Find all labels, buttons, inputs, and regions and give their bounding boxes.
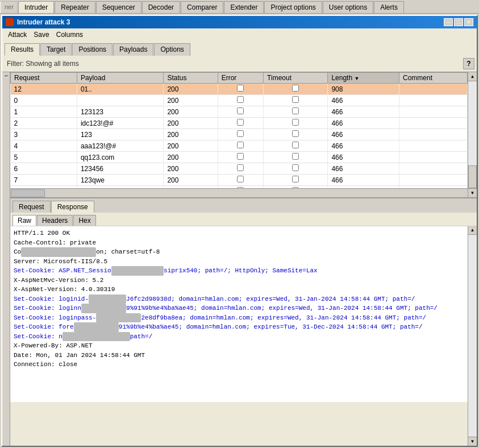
req-resp-tab-bar: Request Response	[10, 197, 477, 213]
scrollbar-up-button[interactable]: ▲	[468, 72, 477, 81]
timeout-checkbox[interactable]	[292, 96, 299, 103]
scrollbar-track[interactable]	[468, 81, 477, 165]
error-checkbox[interactable]	[237, 119, 244, 126]
resp-scrollbar-track[interactable]	[468, 235, 477, 437]
tab-nav-project-options[interactable]: Project options	[264, 1, 322, 13]
error-checkbox[interactable]	[237, 130, 244, 137]
timeout-checkbox[interactable]	[292, 176, 299, 182]
tab-response[interactable]: Response	[51, 201, 94, 213]
response-line: Co████████████████████on; charset=utf-8	[14, 247, 464, 257]
tab-nav-repeater[interactable]: Repeater	[55, 1, 95, 13]
table-row[interactable]: 7123qwe200466	[11, 175, 468, 186]
error-checkbox[interactable]	[237, 176, 244, 182]
table-cell: 200	[164, 118, 218, 129]
menu-attack[interactable]: Attack	[5, 30, 30, 40]
tab-nav-sequencer[interactable]: Sequencer	[96, 1, 141, 13]
sort-arrow-icon: ▼	[354, 76, 359, 81]
table-row[interactable]: 2idc123!@#200466	[11, 118, 468, 129]
response-line: Set-Cookie: loginn████████████9%91%9b%e4…	[14, 304, 464, 313]
timeout-checkbox[interactable]	[292, 85, 299, 92]
timeout-checkbox[interactable]	[292, 130, 299, 137]
tab-nav-blank[interactable]: ner	[0, 1, 18, 13]
table-cell: 466	[328, 95, 399, 106]
table-cell: 200	[164, 163, 218, 175]
window-controls: ─ □ ✕	[444, 18, 473, 26]
tab-nav-decoder[interactable]: Decoder	[142, 1, 180, 13]
tab-options[interactable]: Options	[154, 43, 190, 56]
error-checkbox[interactable]	[237, 107, 244, 114]
resp-scrollbar-up-button[interactable]: ▲	[468, 226, 477, 235]
tab-positions[interactable]: Positions	[72, 43, 113, 56]
minimize-button[interactable]: ─	[444, 18, 453, 26]
timeout-checkbox[interactable]	[292, 119, 299, 126]
response-line: HTTP/1.1 200 OK	[14, 229, 464, 238]
table-cell	[399, 129, 468, 140]
sub-tab-raw[interactable]: Raw	[13, 215, 36, 226]
resp-scrollbar-down-button[interactable]: ▼	[468, 437, 477, 446]
timeout-checkbox[interactable]	[292, 142, 299, 148]
col-length[interactable]: Length ▼	[328, 73, 399, 84]
table-row[interactable]: 5qq123.com200466	[11, 152, 468, 163]
blurred-text: ████████████	[96, 313, 141, 323]
table-cell	[264, 163, 328, 175]
timeout-checkbox[interactable]	[292, 107, 299, 114]
col-timeout: Timeout	[264, 73, 328, 84]
table-row[interactable]: 4aaa123!@#200466	[11, 140, 468, 152]
response-line: Cache-Control: private	[14, 238, 464, 248]
maximize-button[interactable]: □	[454, 18, 463, 26]
table-row[interactable]: 6123456200466	[11, 163, 468, 175]
tab-results[interactable]: Results	[5, 43, 40, 56]
results-table: Request Payload Status Error Timeout Len…	[10, 72, 468, 197]
window-title-text: Intruder attack 3	[17, 18, 70, 26]
sub-tab-headers[interactable]: Headers	[37, 215, 73, 226]
menu-columns[interactable]: Columns	[53, 30, 86, 40]
table-cell: 123qwe	[77, 175, 163, 186]
table-cell: 200	[164, 129, 218, 140]
table-row[interactable]: 0200466	[11, 95, 468, 106]
error-checkbox[interactable]	[237, 164, 244, 171]
scrollbar-thumb[interactable]	[468, 165, 477, 188]
tab-target[interactable]: Target	[40, 43, 72, 56]
error-checkbox[interactable]	[237, 85, 244, 92]
tab-nav-user-options[interactable]: User options	[323, 1, 373, 13]
table-row[interactable]: 3123200466	[11, 129, 468, 140]
tab-request[interactable]: Request	[13, 201, 51, 213]
timeout-checkbox[interactable]	[292, 164, 299, 171]
table-cell	[399, 175, 468, 186]
error-checkbox[interactable]	[237, 142, 244, 148]
close-button[interactable]: ✕	[464, 18, 473, 26]
tab-nav-extender[interactable]: Extender	[224, 1, 264, 13]
window-title: Intruder attack 3	[6, 18, 70, 26]
table-cell: 3	[11, 129, 77, 140]
tab-nav-alerts[interactable]: Alerts	[374, 1, 404, 13]
filter-help-button[interactable]: ?	[463, 58, 474, 69]
tab-nav-comparer[interactable]: Comparer	[181, 1, 223, 13]
sub-tab-bar: Raw Headers Hex	[10, 213, 477, 226]
table-cell: 7	[11, 175, 77, 186]
timeout-checkbox[interactable]	[292, 153, 299, 160]
table-cell: aaa123!@#	[77, 140, 163, 152]
table-cell: 2	[11, 118, 77, 129]
table-cell	[218, 84, 263, 95]
table-cell	[399, 140, 468, 152]
filter-input[interactable]	[5, 59, 461, 69]
window-titlebar: Intruder attack 3 ─ □ ✕	[2, 16, 477, 28]
table-cell: 466	[328, 106, 399, 118]
table-row[interactable]: 1201..200908	[11, 84, 468, 95]
error-checkbox[interactable]	[237, 153, 244, 160]
menu-save[interactable]: Save	[30, 30, 52, 40]
blurred-text: ██████████████	[111, 266, 164, 276]
table-cell: 200	[164, 106, 218, 118]
table-row[interactable]: 1123123200466	[11, 106, 468, 118]
h-scrollbar-thumb[interactable]	[11, 189, 45, 197]
scrollbar-down-button[interactable]: ▼	[468, 188, 477, 197]
sub-tab-hex[interactable]: Hex	[73, 215, 95, 226]
menu-bar: Attack Save Columns	[2, 28, 477, 41]
table-cell: 466	[328, 118, 399, 129]
blurred-text: ██████████	[89, 294, 126, 304]
tab-nav-intruder[interactable]: Intruder	[18, 1, 54, 13]
error-checkbox[interactable]	[237, 96, 244, 103]
table-cell: 12	[11, 84, 77, 95]
table-cell	[218, 163, 263, 175]
tab-payloads[interactable]: Payloads	[113, 43, 153, 56]
